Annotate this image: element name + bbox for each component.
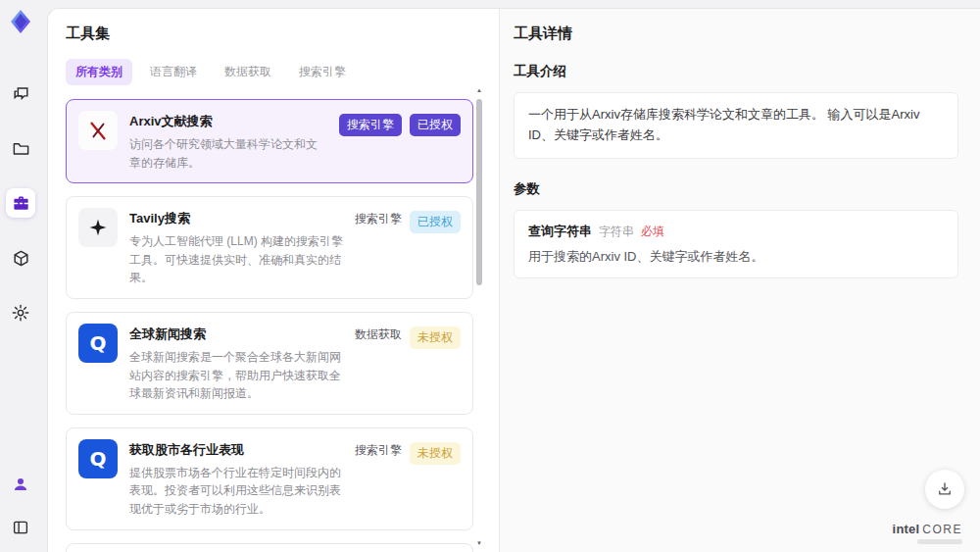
tab-search-engine[interactable]: 搜索引擎: [289, 59, 356, 85]
gear-icon[interactable]: [6, 298, 35, 327]
tool-card-active-stocks[interactable]: Q 获取市场最活跃股票信息 提供当天交易量最高的股票列表，投资者可以利用这些信息…: [66, 543, 473, 552]
tool-card-list: Arxiv文献搜索 访问各个研究领域大量科学论文和文章的存储库。 搜索引擎 已授…: [66, 99, 473, 552]
tool-desc: 提供股票市场各个行业在特定时间段内的表现。投资者可以利用这些信息来识别表现优于或…: [129, 464, 343, 519]
tool-card-sector-performance[interactable]: Q 获取股市各行业表现 提供股票市场各个行业在特定时间段内的表现。投资者可以利用…: [66, 427, 473, 530]
intro-text: 一个用于从Arxiv存储库搜索科学论文和文章的工具。 输入可以是Arxiv ID…: [528, 105, 944, 146]
tool-name: 全球新闻搜索: [129, 326, 343, 343]
category-tabs: 所有类别 语言翻译 数据获取 搜索引擎: [66, 59, 473, 85]
toolbox-icon[interactable]: [6, 188, 35, 218]
download-button[interactable]: [925, 470, 964, 509]
category-label: 数据获取: [355, 326, 402, 343]
tool-card-arxiv[interactable]: Arxiv文献搜索 访问各个研究领域大量科学论文和文章的存储库。 搜索引擎 已授…: [66, 99, 473, 183]
intel-wordmark: intel: [893, 522, 920, 536]
tool-name: Arxiv文献搜索: [129, 113, 327, 130]
cube-icon[interactable]: [6, 243, 35, 273]
param-type: 字符串: [599, 224, 634, 240]
tool-name: 获取股市各行业表现: [129, 441, 343, 459]
tab-all-categories[interactable]: 所有类别: [66, 59, 132, 85]
page-title: 工具集: [66, 25, 473, 43]
folder-icon[interactable]: [6, 133, 35, 163]
tab-data-fetching[interactable]: 数据获取: [215, 59, 281, 85]
tool-name: Tavily搜索: [129, 210, 343, 227]
category-label: 搜索引擎: [355, 211, 402, 227]
status-badge: 未授权: [410, 442, 461, 465]
tool-detail-panel: 工具详情 工具介绍 一个用于从Arxiv存储库搜索科学论文和文章的工具。 输入可…: [499, 9, 980, 552]
q-logo-icon: Q: [78, 439, 118, 478]
chat-icon[interactable]: [6, 78, 35, 108]
status-badge: 未授权: [410, 326, 461, 349]
collapse-panel-icon[interactable]: [6, 513, 35, 542]
tool-list-panel: 工具集 所有类别 语言翻译 数据获取 搜索引擎 Arxiv文献搜索 访问各个研究…: [48, 9, 499, 552]
tool-desc: 专为人工智能代理 (LLM) 构建的搜索引擎工具。可快速提供实时、准确和真实的结…: [129, 232, 343, 287]
tool-card-global-news[interactable]: Q 全球新闻搜索 全球新闻搜索是一个聚合全球各大新闻网站内容的搜索引擎，帮助用户…: [66, 312, 473, 415]
arxiv-icon: [78, 111, 118, 150]
params-section-label: 参数: [514, 180, 958, 198]
param-desc: 用于搜索的Arxiv ID、关键字或作者姓名。: [528, 248, 944, 266]
account-icon[interactable]: [6, 470, 35, 499]
scrollbar-thumb[interactable]: [476, 99, 482, 285]
intel-core-logo: intelCORE: [893, 523, 962, 544]
intro-section-label: 工具介绍: [514, 63, 958, 80]
core-wordmark: CORE: [922, 523, 962, 536]
status-badge: 已授权: [410, 114, 461, 136]
param-name: 查询字符串: [528, 223, 592, 240]
brand-subline: [917, 539, 962, 544]
four-point-star-icon: [78, 208, 118, 247]
tool-card-tavily[interactable]: Tavily搜索 专为人工智能代理 (LLM) 构建的搜索引擎工具。可快速提供实…: [66, 196, 473, 299]
status-badge: 已授权: [410, 211, 461, 233]
tab-language-translation[interactable]: 语言翻译: [140, 59, 207, 85]
tool-desc: 全球新闻搜索是一个聚合全球各大新闻网站内容的搜索引擎，帮助用户快速获取全球最新资…: [129, 348, 343, 403]
sidebar: [0, 0, 41, 552]
param-box: 查询字符串 字符串 必填 用于搜索的Arxiv ID、关键字或作者姓名。: [514, 210, 958, 278]
category-badge: 搜索引擎: [339, 114, 402, 136]
scroll-down-arrow[interactable]: ▼: [475, 540, 483, 546]
detail-title: 工具详情: [514, 25, 958, 43]
list-scrollbar[interactable]: ▲ ▼: [475, 87, 483, 546]
q-logo-icon: Q: [78, 324, 118, 363]
app-logo[interactable]: [7, 8, 34, 35]
tool-desc: 访问各个研究领域大量科学论文和文章的存储库。: [129, 135, 327, 172]
param-required-badge: 必填: [641, 224, 664, 240]
main-panel: 工具集 所有类别 语言翻译 数据获取 搜索引擎 Arxiv文献搜索 访问各个研究…: [47, 8, 980, 552]
download-icon: [936, 480, 954, 498]
intro-box: 一个用于从Arxiv存储库搜索科学论文和文章的工具。 输入可以是Arxiv ID…: [514, 92, 958, 159]
category-label: 搜索引擎: [355, 442, 402, 459]
scroll-up-arrow[interactable]: ▲: [475, 87, 483, 93]
